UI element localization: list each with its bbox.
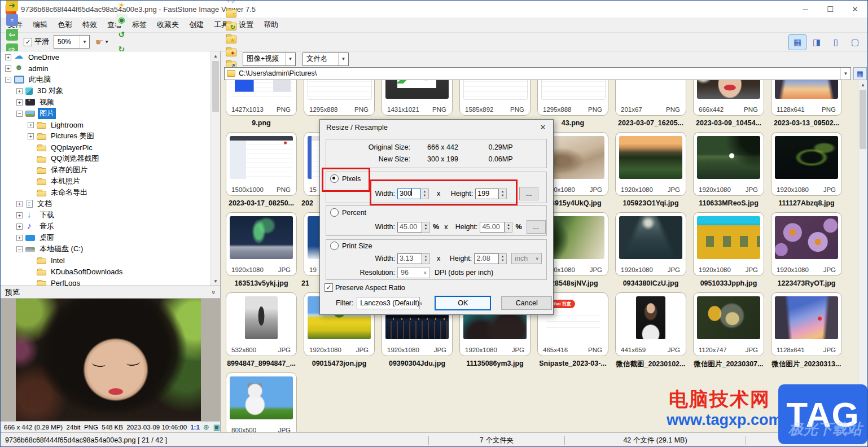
spinner-control[interactable]: ▲▼ bbox=[421, 189, 429, 199]
expand-icon[interactable]: + bbox=[16, 88, 23, 94]
expand-icon[interactable]: + bbox=[16, 224, 23, 230]
fit-window-icon[interactable]: ▣ bbox=[213, 423, 220, 431]
dialog-close-icon[interactable]: ✕ bbox=[537, 122, 549, 132]
lens-icon[interactable]: ⊕ bbox=[203, 423, 209, 431]
thumbnail-cell[interactable]: 1920x1080JPG bbox=[771, 132, 842, 196]
refresh-folder-button[interactable]: ↻ bbox=[224, 20, 238, 33]
thumbnail-cell[interactable]: 1920x1080JPG bbox=[771, 212, 842, 276]
red-eye-removal-button[interactable]: ◉ bbox=[113, 12, 129, 27]
thumbnail-cell[interactable]: 1295x888PNG bbox=[304, 80, 375, 116]
scrollbar-thumb[interactable] bbox=[860, 90, 866, 149]
spinner-control[interactable]: ▲▼ bbox=[505, 222, 512, 233]
tree-item-PerfLogs[interactable]: PerfLogs bbox=[1, 277, 220, 286]
scroll-down-icon[interactable]: ▼ bbox=[211, 277, 220, 286]
spinner-control[interactable]: ▲▼ bbox=[422, 222, 430, 233]
thumbnail-cell[interactable]: 666x442PNG bbox=[693, 80, 764, 116]
previous-image-button[interactable]: ⇦ bbox=[4, 27, 20, 42]
expand-icon[interactable]: + bbox=[5, 65, 11, 72]
expand-icon[interactable]: + bbox=[28, 133, 34, 139]
tree-item-admin[interactable]: +admin bbox=[1, 63, 220, 74]
thumbnail-strip-view-button[interactable]: ◨ bbox=[808, 34, 826, 50]
percent-height-input[interactable] bbox=[480, 222, 505, 233]
thumbnail-cell[interactable]: 1500x1000PNG bbox=[226, 132, 297, 196]
thumbnail-cell[interactable]: 800x500JPG bbox=[226, 373, 297, 432]
pixel-width-input[interactable] bbox=[397, 189, 421, 199]
zoom-level-select[interactable]: 50% ▼ bbox=[54, 35, 90, 49]
folder-tree-toggle-button[interactable]: ▦ bbox=[853, 67, 867, 80]
scroll-up-icon[interactable]: ▲ bbox=[858, 80, 867, 89]
chevron-down-icon[interactable]: ▼ bbox=[840, 68, 851, 80]
resolution-select[interactable]: 96 ∨ bbox=[397, 267, 430, 278]
expand-icon[interactable]: + bbox=[5, 54, 11, 60]
pixels-radio[interactable]: Pixels bbox=[330, 174, 361, 183]
menu-编辑[interactable]: 编辑 bbox=[28, 17, 52, 32]
thumbnail-cell[interactable]: 1427x1013PNG bbox=[226, 80, 297, 116]
spinner-control[interactable]: ▲▼ bbox=[422, 253, 430, 264]
tree-item-未命名导出[interactable]: 未命名导出 bbox=[1, 187, 220, 198]
brightness-sun-button[interactable]: ☀ bbox=[113, 0, 129, 12]
thumbnail-cell[interactable]: 1431x1021PNG bbox=[382, 80, 453, 116]
tree-item-KDubaSoftDownloads[interactable]: KDubaSoftDownloads bbox=[1, 266, 220, 277]
new-folder-button[interactable]: ✦ bbox=[224, 46, 238, 59]
menu-特效[interactable]: 特效 bbox=[77, 17, 102, 32]
scroll-down-icon[interactable]: ▼ bbox=[858, 423, 867, 432]
expand-icon[interactable]: + bbox=[28, 122, 34, 128]
ok-button[interactable]: OK bbox=[435, 296, 491, 310]
fullscreen-view-button[interactable]: ▢ bbox=[846, 34, 864, 50]
collapse-icon[interactable]: − bbox=[16, 246, 23, 252]
thumbnail-cell[interactable]: 1920x1080JPG bbox=[615, 132, 686, 196]
scroll-up-icon[interactable]: ▲ bbox=[211, 51, 220, 60]
tree-item-本地磁盘 (C:)[interactable]: −本地磁盘 (C:) bbox=[1, 243, 220, 255]
tree-item-OneDrive[interactable]: +OneDrive bbox=[1, 51, 220, 63]
tree-item-桌面[interactable]: +桌面 bbox=[1, 232, 220, 243]
tree-item-文档[interactable]: +文档 bbox=[1, 198, 220, 209]
thumbnail-cell[interactable]: 1295x888PNG bbox=[537, 80, 608, 116]
print-height-input[interactable] bbox=[474, 253, 499, 264]
preview-image[interactable] bbox=[16, 299, 201, 421]
tree-item-保存的图片[interactable]: 保存的图片 bbox=[1, 164, 220, 176]
preserve-aspect-checkbox[interactable]: ✓ Preserve Aspect Ratio bbox=[325, 283, 405, 292]
more-options-button[interactable]: ... bbox=[527, 220, 546, 234]
tree-item-Intel[interactable]: Intel bbox=[1, 255, 220, 266]
tree-item-视频[interactable]: +视频 bbox=[1, 97, 220, 108]
scrollbar-thumb[interactable] bbox=[212, 61, 219, 112]
rotate-left-90-button[interactable]: ↺ bbox=[113, 27, 129, 42]
thumbnail-cell[interactable]: 1120x747JPG bbox=[693, 292, 764, 356]
image-view-button[interactable]: ▯ bbox=[827, 34, 845, 50]
up-folder-button[interactable]: ↑ bbox=[224, 7, 238, 20]
forward-button[interactable]: ⇨ bbox=[224, 0, 238, 7]
favorites-folder-button[interactable]: ★ bbox=[224, 33, 238, 46]
percent-width-input[interactable] bbox=[397, 222, 422, 233]
thumbnail-cell[interactable]: 441x659JPG bbox=[615, 292, 686, 356]
percent-radio[interactable]: Percent bbox=[330, 208, 366, 217]
thumbnail-cell[interactable]: 1585x892PNG bbox=[459, 80, 531, 116]
tree-item-本机照片[interactable]: 本机照片 bbox=[1, 176, 220, 187]
print-size-radio[interactable]: Print Size bbox=[330, 242, 372, 250]
minimize-button[interactable]: ─ bbox=[793, 1, 818, 17]
browser-view-button[interactable]: ▦ bbox=[788, 34, 806, 50]
hand-tool-button[interactable]: ☛ ▼ bbox=[95, 37, 109, 47]
expand-icon[interactable]: + bbox=[16, 235, 23, 241]
menu-创建[interactable]: 创建 bbox=[184, 17, 209, 32]
thumbnail-cell[interactable]: 1128x641JPG bbox=[771, 292, 842, 356]
thumbnail-cell[interactable]: 1920x1080JPG bbox=[693, 212, 764, 276]
thumbnail-cell[interactable]: 600000T9D4DV45XQYKKAAEU85201x67PNG bbox=[615, 80, 686, 116]
file-type-filter-select[interactable]: 图像+视频 ▼ bbox=[243, 52, 296, 66]
thumbnail-cell[interactable]: 1920x1080JPG bbox=[226, 212, 297, 276]
open-file-button[interactable]: ➜ bbox=[4, 0, 20, 12]
collapse-chevrons-icon[interactable]: » bbox=[211, 290, 217, 293]
filter-select[interactable]: Lanczos3 (Default) ∨ bbox=[357, 297, 420, 309]
thumbnail-cell[interactable]: 1920x1080JPG bbox=[693, 132, 764, 196]
tree-item-此电脑[interactable]: −此电脑 bbox=[1, 74, 220, 85]
close-button[interactable]: ✕ bbox=[843, 1, 867, 17]
cancel-button[interactable]: Cancel bbox=[501, 296, 552, 310]
tree-item-Lightroom[interactable]: +Lightroom bbox=[1, 119, 220, 130]
tree-item-图片[interactable]: −图片 bbox=[1, 108, 220, 119]
tree-item-音乐[interactable]: +音乐 bbox=[1, 221, 220, 232]
maximize-button[interactable]: ☐ bbox=[818, 1, 843, 17]
grid-scrollbar[interactable]: ▲ ▼ bbox=[858, 80, 867, 432]
thumbnail-cell[interactable]: 1128x641PNG bbox=[771, 80, 842, 116]
thumbnail-cell[interactable]: 1920x1080JPG bbox=[615, 212, 686, 276]
tree-item-QQplayerPic[interactable]: QQplayerPic bbox=[1, 142, 220, 153]
sort-by-select[interactable]: 文件名 ▼ bbox=[303, 52, 349, 66]
